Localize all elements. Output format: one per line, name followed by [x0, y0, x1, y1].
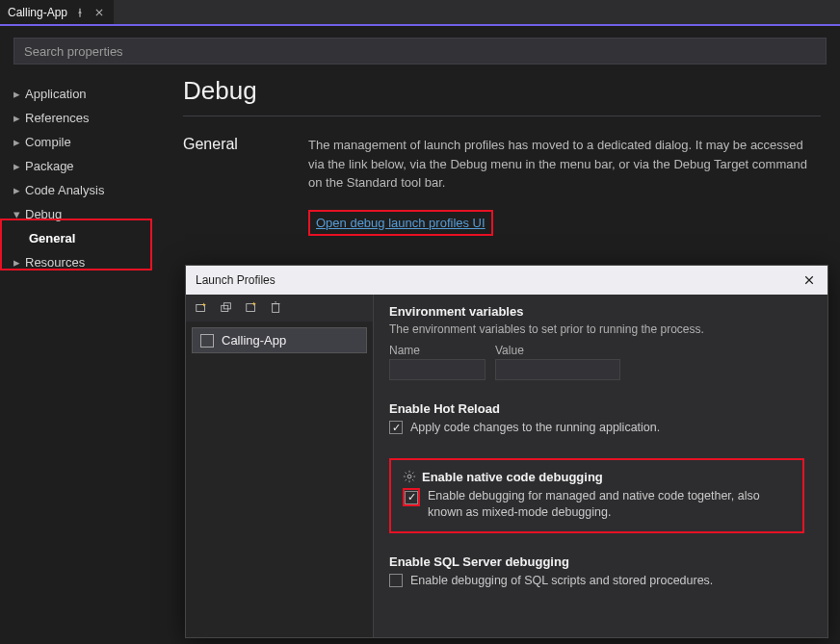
- nav-item-application[interactable]: ▸ Application: [4, 82, 160, 106]
- profile-item-label: Calling-App: [222, 333, 286, 348]
- nav-label: Package: [25, 159, 74, 173]
- sql-debug-check-label: Enable debugging of SQL scripts and stor…: [410, 573, 713, 590]
- hot-reload-check-label: Apply code changes to the running applic…: [410, 420, 660, 437]
- env-vars-desc: The environment variables to set prior t…: [389, 322, 804, 336]
- env-value-label: Value: [495, 344, 620, 357]
- profile-toolbar: [186, 295, 373, 322]
- env-name-label: Name: [389, 344, 486, 357]
- dialog-title-text: Launch Profiles: [196, 273, 276, 287]
- env-vars-block: Environment variables The environment va…: [389, 304, 804, 380]
- nav-item-references[interactable]: ▸ References: [4, 106, 160, 130]
- gear-icon: [403, 470, 416, 483]
- chevron-right-icon: ▸: [12, 87, 21, 101]
- sql-debug-block: Enable SQL Server debugging Enable debug…: [389, 554, 804, 590]
- profile-settings-pane[interactable]: Environment variables The environment va…: [374, 295, 827, 637]
- nav-label: Application: [25, 87, 87, 101]
- native-debug-checkbox[interactable]: [405, 491, 418, 504]
- hot-reload-block: Enable Hot Reload Apply code changes to …: [389, 401, 804, 437]
- sql-debug-title: Enable SQL Server debugging: [389, 554, 804, 569]
- chevron-right-icon: ▸: [12, 111, 21, 125]
- nav-label: References: [25, 111, 89, 125]
- properties-nav: ▸ Application ▸ References ▸ Compile ▸ P…: [0, 76, 164, 644]
- section-label-general: General: [183, 136, 279, 236]
- env-value-input[interactable]: [495, 359, 620, 380]
- divider: [183, 116, 821, 116]
- open-launch-profiles-link[interactable]: Open debug launch profiles UI: [316, 216, 486, 230]
- native-debug-check-label: Enable debugging for managed and native …: [428, 488, 791, 522]
- search-bar: [13, 38, 827, 64]
- launch-profiles-dialog: Launch Profiles Calling-App: [185, 265, 828, 638]
- native-debug-title: Enable native code debugging: [422, 470, 603, 484]
- tab-strip: Calling-App: [0, 0, 840, 26]
- chevron-down-icon: ▾: [12, 207, 21, 221]
- chevron-right-icon: ▸: [12, 135, 21, 149]
- sql-debug-checkbox[interactable]: [389, 574, 403, 587]
- profile-list-pane: Calling-App: [186, 295, 374, 637]
- chevron-right-icon: ▸: [12, 183, 21, 197]
- tab-calling-app[interactable]: Calling-App: [0, 0, 114, 24]
- hot-reload-title: Enable Hot Reload: [389, 401, 804, 416]
- delete-profile-icon[interactable]: [269, 300, 284, 316]
- project-properties-window: Calling-App ▸ Application ▸ References ▸: [0, 0, 840, 644]
- svg-point-5: [407, 475, 411, 478]
- page-title: Debug: [183, 76, 821, 106]
- nav-item-compile[interactable]: ▸ Compile: [4, 130, 160, 154]
- nav-item-debug-general[interactable]: General: [4, 226, 160, 250]
- dialog-titlebar: Launch Profiles: [186, 266, 827, 295]
- env-vars-title: Environment variables: [389, 304, 804, 319]
- chevron-right-icon: ▸: [12, 255, 21, 270]
- nav-label: Debug: [25, 207, 62, 221]
- search-input[interactable]: [24, 44, 816, 59]
- profile-list: Calling-App: [186, 322, 373, 637]
- nav-item-debug[interactable]: ▾ Debug: [4, 202, 160, 226]
- nav-label: Code Analysis: [25, 183, 104, 197]
- duplicate-profile-icon[interactable]: [219, 300, 234, 316]
- project-icon: [200, 334, 214, 348]
- tab-title: Calling-App: [8, 6, 67, 19]
- nav-item-code-analysis[interactable]: ▸ Code Analysis: [4, 178, 160, 202]
- highlight-box: Enable native code debugging Enable debu…: [389, 458, 804, 533]
- env-name-input[interactable]: [389, 359, 486, 380]
- rename-profile-icon[interactable]: [244, 300, 259, 316]
- general-description: The management of launch profiles has mo…: [308, 136, 821, 193]
- svg-rect-4: [273, 304, 279, 313]
- nav-item-package[interactable]: ▸ Package: [4, 154, 160, 178]
- close-icon[interactable]: [92, 6, 106, 19]
- nav-label: Compile: [25, 135, 71, 149]
- pin-icon[interactable]: [73, 6, 87, 19]
- highlight-box: Open debug launch profiles UI: [308, 210, 493, 237]
- chevron-right-icon: ▸: [12, 159, 21, 173]
- highlight-box: [403, 488, 420, 506]
- nav-label: General: [29, 231, 75, 245]
- dialog-close-button[interactable]: [801, 271, 818, 289]
- profile-item-calling-app[interactable]: Calling-App: [192, 327, 367, 353]
- hot-reload-checkbox[interactable]: [389, 421, 403, 434]
- nav-item-resources[interactable]: ▸ Resources: [4, 250, 160, 274]
- nav-label: Resources: [25, 255, 85, 270]
- new-profile-icon[interactable]: [194, 300, 209, 316]
